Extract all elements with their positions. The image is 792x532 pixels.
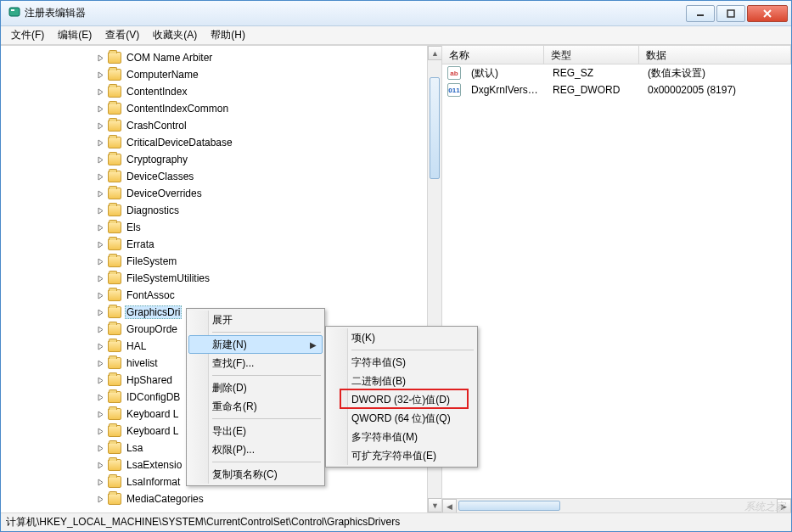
menubar: 文件(F) 编辑(E) 查看(V) 收藏夹(A) 帮助(H): [1, 26, 791, 45]
expand-icon[interactable]: [96, 290, 106, 300]
scroll-down-button[interactable]: ▼: [428, 498, 442, 512]
expand-icon[interactable]: [96, 307, 106, 317]
tree-item[interactable]: ContentIndex: [4, 83, 441, 100]
cell-name: DxgKrnlVersion: [464, 84, 546, 96]
list-horizontal-scrollbar[interactable]: ◀ ▶: [442, 498, 791, 512]
menu-file[interactable]: 文件(F): [4, 26, 51, 44]
expand-icon[interactable]: [96, 256, 106, 266]
expand-icon[interactable]: [96, 494, 106, 504]
list-body[interactable]: ab(默认)REG_SZ(数值未设置)011DxgKrnlVersionREG_…: [442, 64, 791, 498]
cm-rename[interactable]: 重命名(R): [188, 397, 323, 416]
expand-icon[interactable]: [96, 120, 106, 131]
tree-item[interactable]: COM Name Arbiter: [4, 49, 441, 66]
expand-icon[interactable]: [96, 324, 106, 334]
tree-item-label: LsaExtensio: [125, 459, 183, 471]
folder-icon: [108, 459, 121, 471]
list-row[interactable]: 011DxgKrnlVersionREG_DWORD0x00002005 (81…: [442, 81, 791, 98]
app-icon: [8, 5, 21, 21]
expand-icon[interactable]: [96, 341, 106, 351]
cm-new[interactable]: 新建(N)▶: [188, 335, 323, 354]
menu-help[interactable]: 帮助(H): [204, 26, 252, 44]
folder-icon: [108, 238, 121, 250]
menu-edit[interactable]: 编辑(E): [51, 26, 98, 44]
tree-item-label: GraphicsDri: [125, 305, 182, 319]
cm-new-expandstring[interactable]: 可扩充字符串值(E): [328, 446, 475, 465]
cm-expand[interactable]: 展开: [188, 311, 323, 329]
expand-icon[interactable]: [96, 375, 106, 385]
tree-item[interactable]: CriticalDeviceDatabase: [4, 134, 441, 151]
cm-export[interactable]: 导出(E): [188, 422, 323, 440]
expand-icon[interactable]: [96, 104, 106, 114]
expand-icon[interactable]: [96, 477, 106, 487]
tree-item-label: GroupOrde: [125, 323, 179, 335]
tree-item-label: CriticalDeviceDatabase: [125, 137, 234, 148]
cm-permissions[interactable]: 权限(P)...: [188, 440, 323, 459]
cm-find[interactable]: 查找(F)...: [188, 354, 323, 372]
menu-favorites[interactable]: 收藏夹(A): [146, 26, 204, 44]
expand-icon[interactable]: [96, 392, 106, 402]
expand-icon[interactable]: [96, 137, 106, 148]
folder-icon: [108, 289, 121, 301]
list-row[interactable]: ab(默认)REG_SZ(数值未设置): [442, 64, 791, 81]
cm-new-multistring[interactable]: 多字符串值(M): [328, 428, 475, 446]
folder-icon: [108, 103, 121, 115]
tree-item[interactable]: FileSystem: [4, 253, 441, 270]
expand-icon[interactable]: [96, 426, 106, 436]
cm-new-string[interactable]: 字符串值(S): [328, 353, 475, 372]
scroll-left-button[interactable]: ◀: [442, 499, 457, 512]
expand-icon[interactable]: [96, 171, 106, 182]
col-type[interactable]: 类型: [544, 46, 639, 64]
cm-new-qword[interactable]: QWORD (64 位)值(Q): [328, 409, 475, 428]
cm-new-dword[interactable]: DWORD (32-位)值(D): [328, 390, 475, 409]
tree-item[interactable]: FileSystemUtilities: [4, 270, 441, 287]
tree-item[interactable]: FontAssoc: [4, 287, 441, 304]
expand-icon[interactable]: [96, 53, 106, 63]
maximize-button[interactable]: [716, 5, 745, 22]
tree-item[interactable]: ContentIndexCommon: [4, 100, 441, 117]
expand-icon[interactable]: [96, 358, 106, 368]
expand-icon[interactable]: [96, 188, 106, 199]
tree-item[interactable]: MediaCategories: [4, 490, 441, 507]
cm-copy-key-name[interactable]: 复制项名称(C): [188, 465, 323, 484]
folder-icon: [108, 442, 121, 454]
tree-item-label: FileSystemUtilities: [125, 272, 211, 284]
scroll-right-button[interactable]: ▶: [777, 499, 791, 512]
folder-icon: [108, 391, 121, 403]
folder-icon: [108, 357, 121, 369]
col-data[interactable]: 数据: [639, 46, 791, 64]
close-button[interactable]: [747, 5, 788, 22]
expand-icon[interactable]: [96, 70, 106, 80]
tree-item[interactable]: CrashControl: [4, 117, 441, 134]
col-name[interactable]: 名称: [442, 46, 544, 64]
tree-item[interactable]: DeviceClasses: [4, 168, 441, 185]
tree-item[interactable]: DeviceOverrides: [4, 185, 441, 202]
tree-item[interactable]: Cryptography: [4, 151, 441, 168]
expand-icon[interactable]: [96, 273, 106, 283]
minimize-button[interactable]: [686, 5, 715, 22]
tree-item[interactable]: Els: [4, 219, 441, 236]
expand-icon[interactable]: [96, 409, 106, 419]
titlebar[interactable]: 注册表编辑器: [1, 1, 791, 26]
expand-icon[interactable]: [96, 460, 106, 470]
menu-view[interactable]: 查看(V): [98, 26, 146, 44]
tree-item-label: ContentIndex: [125, 86, 188, 98]
expand-icon[interactable]: [96, 443, 106, 453]
scroll-up-button[interactable]: ▲: [428, 46, 442, 60]
tree-item-label: Errata: [125, 238, 156, 250]
reg-string-icon: ab: [447, 66, 461, 80]
expand-icon[interactable]: [96, 205, 106, 216]
cm-delete[interactable]: 删除(D): [188, 378, 323, 397]
expand-icon[interactable]: [96, 239, 106, 249]
tree-item[interactable]: Errata: [4, 236, 441, 253]
scroll-thumb[interactable]: [430, 77, 440, 179]
tree-item-label: HAL: [125, 340, 148, 352]
cm-new-key[interactable]: 项(K): [328, 328, 475, 347]
tree-item[interactable]: ComputerName: [4, 66, 441, 83]
expand-icon[interactable]: [96, 87, 106, 97]
tree-item[interactable]: Diagnostics: [4, 202, 441, 219]
expand-icon[interactable]: [96, 222, 106, 232]
scroll-thumb[interactable]: [458, 501, 560, 511]
expand-icon[interactable]: [96, 154, 106, 165]
cm-new-binary[interactable]: 二进制值(B): [328, 372, 475, 390]
list-header: 名称 类型 数据: [442, 46, 791, 64]
